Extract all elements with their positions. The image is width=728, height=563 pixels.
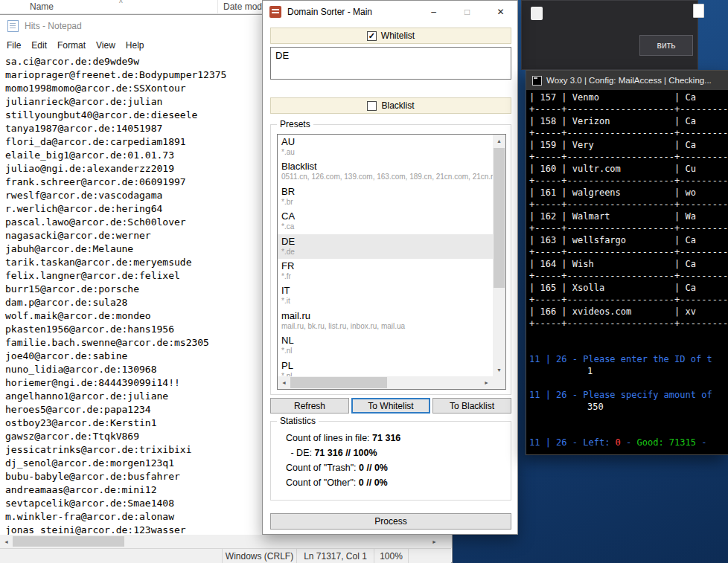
statistics-group: Statistics Count of lines in file: 71 31… <box>270 421 511 501</box>
notepad-title: Hits - Notepad <box>25 21 82 31</box>
scroll-down-icon[interactable]: ▼ <box>493 364 505 376</box>
console-table-separator: +-----+--------------------+----------- <box>529 127 728 139</box>
window-controls: – □ ✕ <box>417 1 517 23</box>
woxy-console-window: Woxy 3.0 | Config: MailAccess | Checking… <box>526 70 728 455</box>
notepad-horizontal-scrollbar[interactable]: ◄ ► <box>0 535 441 548</box>
desktop-file-icon[interactable] <box>693 4 704 18</box>
console-table-separator: +-----+--------------------+----------- <box>529 103 728 115</box>
add-button[interactable]: вить <box>639 35 693 56</box>
sort-ascending-icon: ^ <box>119 0 123 7</box>
menu-edit[interactable]: Edit <box>26 40 52 51</box>
scroll-right-icon[interactable]: ► <box>480 376 493 389</box>
preset-pl[interactable]: PL*.pl <box>278 358 493 376</box>
console-table-separator: +-----+--------------------+----------- <box>529 318 728 329</box>
close-button[interactable]: ✕ <box>484 1 517 23</box>
stat-line: Count of "Other": 0 // 0% <box>286 475 506 490</box>
notepad-statusbar: Windows (CRLF) Ln 71317, Col 1 100% <box>0 548 451 563</box>
console-table-row: | 157 | Venmo | Ca <box>529 91 728 103</box>
scroll-left-icon[interactable]: ◄ <box>0 535 13 548</box>
preset-name: CA <box>281 210 493 222</box>
console-table-row: | 161 | walgreens | wo <box>529 187 728 199</box>
preset-it[interactable]: IT*.it <box>278 283 493 308</box>
console-output[interactable]: | 157 | Venmo | Ca+-----+---------------… <box>526 90 728 454</box>
console-table-separator: +-----+--------------------+----------- <box>529 199 728 210</box>
presets-horizontal-scrollbar[interactable]: ◄ ► <box>278 376 493 389</box>
notepad-menubar: FileEditFormatViewHelp <box>1 37 150 54</box>
process-button[interactable]: Process <box>270 513 511 530</box>
status-cursor-position: Ln 71317, Col 1 <box>296 549 374 563</box>
scroll-left-icon[interactable]: ◄ <box>278 376 290 389</box>
app-icon <box>531 7 543 20</box>
preset-mail-ru[interactable]: mail.rumail.ru, bk.ru, list.ru, inbox.ru… <box>278 309 493 333</box>
scrollbar-thumb[interactable] <box>13 536 124 547</box>
maximize-button[interactable]: □ <box>450 1 484 23</box>
scrollbar-corner <box>493 376 505 389</box>
stat-line: - DE: 71 316 // 100% <box>286 445 506 460</box>
whitelist-checkbox[interactable]: ✓ <box>367 31 377 41</box>
preset-de[interactable]: DE*.de <box>278 234 493 259</box>
preset-actions: Refresh To Whitelist To Blacklist <box>270 398 511 414</box>
statusbar-end-segment <box>408 549 451 563</box>
woxy-titlebar[interactable]: Woxy 3.0 | Config: MailAccess | Checking… <box>526 71 728 90</box>
preset-domains: *.it <box>281 297 493 306</box>
preset-blacklist[interactable]: Blacklist0511.cn, 126.com, 139.com, 163.… <box>278 159 493 184</box>
scrollbar-thumb[interactable] <box>290 377 387 388</box>
preset-name: AU <box>281 136 493 148</box>
console-prompt: 11 | 26 - Please specify amount of <box>529 389 728 401</box>
column-divider <box>217 0 218 14</box>
preset-br[interactable]: BR*.br <box>278 184 493 209</box>
console-status-line: 11 | 26 - Left: 0 - Good: 71315 - <box>529 437 728 448</box>
console-table-separator: +-----+--------------------+----------- <box>529 246 728 258</box>
console-blank-line <box>529 341 728 353</box>
console-blank-line <box>529 377 728 389</box>
console-table-row: | 160 | vultr.com | Cu <box>529 163 728 175</box>
column-header-name[interactable]: Name <box>30 1 54 12</box>
presets-listbox[interactable]: AU*.auBlacklist0511.cn, 126.com, 139.com… <box>277 134 506 390</box>
console-answer: 350 <box>529 401 728 413</box>
console-blank-line <box>529 329 728 341</box>
preset-name: NL <box>281 335 493 347</box>
preset-domains: *.nl <box>281 347 493 356</box>
preset-nl[interactable]: NL*.nl <box>278 333 493 358</box>
console-table-row: | 162 | Walmart | Wa <box>529 210 728 222</box>
preset-domains: 0511.cn, 126.com, 139.com, 163.com, 189.… <box>281 173 493 181</box>
preset-domains: *.de <box>281 248 493 257</box>
scrollbar-thumb[interactable] <box>494 148 505 288</box>
preset-domains: *.ca <box>281 222 493 231</box>
menu-file[interactable]: File <box>1 40 26 51</box>
whitelist-header: ✓ Whitelist <box>270 28 511 44</box>
preset-name: mail.ru <box>281 310 493 322</box>
menu-format[interactable]: Format <box>52 40 91 51</box>
minimize-button[interactable]: – <box>417 1 450 23</box>
preset-name: BR <box>281 186 493 198</box>
console-table-row: | 164 | Wish | Ca <box>529 258 728 270</box>
explorer-header: Name ^ Date mod... <box>0 0 262 14</box>
menu-view[interactable]: View <box>91 40 121 51</box>
scroll-right-icon[interactable]: ► <box>428 535 441 548</box>
console-table-separator: +-----+--------------------+----------- <box>529 270 728 282</box>
background-dark-window: вить <box>521 0 698 70</box>
preset-fr[interactable]: FR*.fr <box>278 259 493 283</box>
to-blacklist-button[interactable]: To Blacklist <box>432 398 511 414</box>
console-table-row: | 165 | Xsolla | Ca <box>529 282 728 294</box>
domain-sorter-title: Domain Sorter - Main <box>287 7 372 17</box>
presets-vertical-scrollbar[interactable]: ▲ ▼ <box>493 135 505 376</box>
menu-help[interactable]: Help <box>121 40 150 51</box>
preset-ca[interactable]: CA*.ca <box>278 209 493 234</box>
scroll-up-icon[interactable]: ▲ <box>493 135 505 147</box>
to-whitelist-button[interactable]: To Whitelist <box>351 398 430 414</box>
statistics-body: Count of lines in file: 71 316 - DE: 71 … <box>286 431 506 490</box>
preset-au[interactable]: AU*.au <box>278 135 493 159</box>
scrollbar-corner <box>441 535 452 548</box>
domain-sorter-titlebar[interactable]: Domain Sorter - Main – □ ✕ <box>263 1 517 23</box>
console-table-row: | 158 | Verizon | Ca <box>529 115 728 127</box>
console-table-separator: +-----+--------------------+----------- <box>529 222 728 234</box>
woxy-title: Woxy 3.0 | Config: MailAccess | Checking… <box>546 76 712 85</box>
refresh-button[interactable]: Refresh <box>270 398 349 414</box>
preset-domains: *.br <box>281 198 493 207</box>
whitelist-input[interactable]: DE <box>270 47 511 80</box>
blacklist-checkbox[interactable] <box>367 101 377 111</box>
status-zoom-level: 100% <box>374 549 408 563</box>
statusbar-spacer <box>0 549 222 563</box>
console-table-separator: +-----+--------------------+----------- <box>529 294 728 306</box>
